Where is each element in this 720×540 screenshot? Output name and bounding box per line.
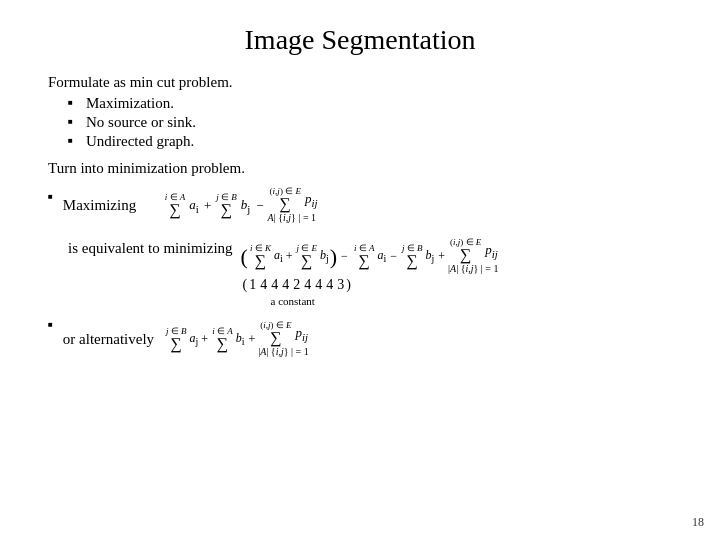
equiv-formula: ( i ∈ K ∑ ai + j ∈ E ∑ bj ) − i ∈ A ∑ <box>241 238 499 275</box>
or-alt-label: or alternatively <box>63 331 154 348</box>
bullet-maximization: Maximization. <box>68 95 672 112</box>
equiv-formulas: ( i ∈ K ∑ ai + j ∈ E ∑ bj ) − i ∈ A ∑ <box>241 238 499 307</box>
maximizing-content: Maximizing i ∈ A ∑ ai + j ∈ B ∑ bj − <box>63 187 672 232</box>
equiv-block: is equivalent to minimizing ( i ∈ K ∑ ai… <box>68 238 672 307</box>
or-alt-row: or alternatively j ∈ B ∑ aj + i ∈ A ∑ bi… <box>63 321 672 358</box>
equiv-label: is equivalent to minimizing <box>68 238 233 257</box>
bullet-sq-1: ■ <box>48 192 53 201</box>
intro-bullets: Maximization. No source or sink. Undirec… <box>68 95 672 150</box>
or-alt-content: or alternatively j ∈ B ∑ aj + i ∈ A ∑ bi… <box>63 315 672 358</box>
slide-title: Image Segmentation <box>48 24 672 56</box>
maximizing-label: Maximizing <box>63 197 153 214</box>
bullet-sq-2: ■ <box>48 320 53 329</box>
maximizing-formula: i ∈ A ∑ ai + j ∈ B ∑ bj − (i,j) ∈ E <box>163 187 318 224</box>
sum-bj: j ∈ B ∑ <box>216 193 237 218</box>
sum-pij: (i,j) ∈ E ∑ pij A| {i,j} | = 1 <box>268 187 318 224</box>
a-constant-label: a constant <box>271 295 315 307</box>
sum-ai: i ∈ A ∑ <box>165 193 186 218</box>
page-number: 18 <box>692 515 704 530</box>
bullet-no-source-sink: No source or sink. <box>68 114 672 131</box>
numbers-row: ( 1 4 4 4 2 4 4 4 3 ) <box>243 277 351 293</box>
or-alt-block: ■ or alternatively j ∈ B ∑ aj + i ∈ A ∑ … <box>48 315 672 358</box>
maximizing-row: Maximizing i ∈ A ∑ ai + j ∈ B ∑ bj − <box>63 187 672 224</box>
slide: Image Segmentation Formulate as min cut … <box>0 0 720 540</box>
intro-text: Formulate as min cut problem. <box>48 74 672 91</box>
maximizing-block: ■ Maximizing i ∈ A ∑ ai + j ∈ B ∑ bj <box>48 187 672 232</box>
turn-into-text: Turn into minimization problem. <box>48 160 672 177</box>
bullet-undirected: Undirected graph. <box>68 133 672 150</box>
or-alt-formula: j ∈ B ∑ aj + i ∈ A ∑ bi + (i,j) ∈ E <box>164 321 309 358</box>
